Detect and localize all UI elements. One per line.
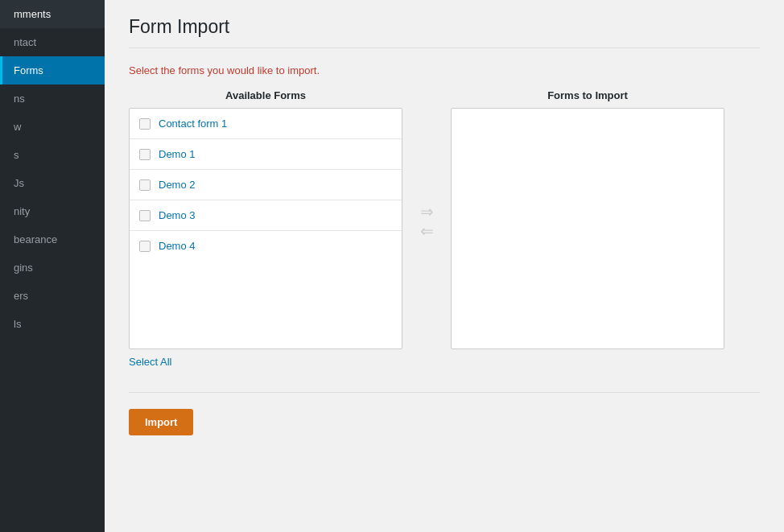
- available-forms-list: Contact form 1 Demo 1 Demo 2 Demo 3 Demo…: [129, 108, 402, 349]
- select-all-row: Select All: [129, 356, 402, 368]
- checkbox-demo-4[interactable]: [139, 241, 151, 252]
- forms-to-import-panel: Forms to Import: [451, 89, 724, 349]
- main-content: Form Import Select the forms you would l…: [105, 0, 784, 532]
- checkbox-contact-form-1[interactable]: [139, 118, 151, 130]
- page-title: Form Import: [129, 16, 760, 48]
- sidebar-item-ns[interactable]: ns: [0, 85, 105, 113]
- form-name-demo-3: Demo 3: [159, 209, 196, 221]
- form-name-demo-4: Demo 4: [159, 240, 196, 252]
- form-name-demo-2: Demo 2: [159, 179, 196, 191]
- list-item[interactable]: Demo 2: [130, 170, 402, 200]
- sidebar-item-contact[interactable]: ntact: [0, 28, 105, 56]
- form-name-demo-1: Demo 1: [159, 148, 196, 160]
- forms-to-import-label: Forms to Import: [451, 89, 724, 101]
- sidebar-item-w[interactable]: w: [0, 113, 105, 141]
- sidebar-item-nity[interactable]: nity: [0, 197, 105, 225]
- checkbox-demo-1[interactable]: [139, 149, 151, 160]
- transfer-arrows: ⇒⇐: [402, 89, 451, 241]
- transfer-arrows-icon: ⇒⇐: [420, 202, 434, 241]
- list-item[interactable]: Demo 1: [130, 139, 402, 170]
- form-name-contact-form-1: Contact form 1: [159, 118, 227, 130]
- select-all-link[interactable]: Select All: [129, 356, 171, 368]
- sidebar-item-js[interactable]: Js: [0, 169, 105, 197]
- sidebar-item-forms[interactable]: Forms: [0, 56, 105, 85]
- sidebar-item-bearance[interactable]: bearance: [0, 225, 105, 254]
- available-forms-label: Available Forms: [129, 89, 402, 101]
- checkbox-demo-2[interactable]: [139, 179, 151, 191]
- list-item[interactable]: Demo 4: [130, 231, 402, 261]
- sidebar: mments ntact Forms ns w s Js nity bearan…: [0, 0, 105, 532]
- sidebar-item-ers[interactable]: ers: [0, 282, 105, 310]
- list-item[interactable]: Contact form 1: [130, 109, 402, 139]
- checkbox-demo-3[interactable]: [139, 210, 151, 221]
- import-button-row: Import: [129, 392, 760, 435]
- sidebar-item-s[interactable]: s: [0, 141, 105, 169]
- form-import-area: Available Forms Contact form 1 Demo 1 De…: [129, 89, 760, 368]
- sidebar-item-gins[interactable]: gins: [0, 254, 105, 282]
- list-item[interactable]: Demo 3: [130, 200, 402, 231]
- available-forms-panel: Available Forms Contact form 1 Demo 1 De…: [129, 89, 402, 368]
- import-button[interactable]: Import: [129, 409, 193, 435]
- forms-to-import-list: [451, 108, 724, 349]
- sidebar-item-comments[interactable]: mments: [0, 0, 105, 28]
- sidebar-item-ls[interactable]: ls: [0, 310, 105, 338]
- instruction-text: Select the forms you would like to impor…: [129, 64, 760, 76]
